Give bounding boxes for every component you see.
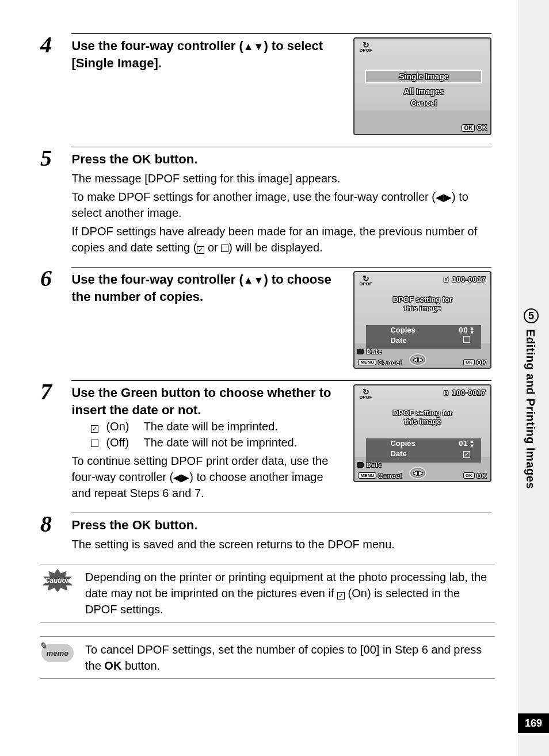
- page-number: 169: [518, 713, 549, 733]
- step-number: 7: [40, 380, 69, 403]
- step-8-heading: Press the OK button.: [71, 517, 491, 534]
- step-5-heading: Press the OK button.: [71, 151, 491, 168]
- camera-screen-step6: DPOF 100-0017 DPOF setting for this imag…: [353, 271, 491, 369]
- caution-icon: Caution: [41, 569, 74, 592]
- checkbox-on-icon: ✓: [337, 592, 345, 600]
- settings-panel: Copies 00▲▼ Date: [366, 325, 481, 349]
- memo-icon: memo: [41, 644, 74, 662]
- step-6-heading: Use the four-way controller (▲▼) to choo…: [71, 271, 342, 305]
- folder-number: 100-0017: [443, 276, 486, 284]
- dpof-icon: DPOF: [359, 42, 372, 53]
- ok-key-icon: OK: [463, 472, 475, 479]
- date-checkbox-on[interactable]: ✓: [463, 451, 470, 458]
- settings-panel: Copies 01▲▼ Date ✓: [366, 438, 481, 463]
- ok-indicator: OK OK: [462, 124, 487, 132]
- step-number: 4: [40, 33, 69, 56]
- right-triangle-icon: ▶: [181, 472, 189, 483]
- copies-label: Copies: [390, 439, 415, 449]
- menu-key-icon: MENU: [358, 359, 376, 365]
- memo-text: To cancel DPOF settings, set the number …: [85, 642, 495, 674]
- off-description: The date will not be imprinted.: [143, 434, 297, 450]
- copies-value[interactable]: 00▲▼: [458, 326, 475, 335]
- ok-label: OK: [476, 124, 487, 132]
- date-checkbox-off[interactable]: [463, 336, 470, 343]
- menu-item-all-images[interactable]: All Images: [365, 86, 482, 97]
- off-row: (Off) The date will not be imprinted.: [89, 434, 342, 450]
- updown-stepper-icon[interactable]: ▲▼: [470, 326, 475, 335]
- ok-label: OK: [476, 359, 487, 366]
- sidebar: 5 Editing and Printing Images: [524, 308, 539, 489]
- step-5-line2: To make DPOF settings for another image,…: [71, 189, 491, 221]
- cancel-label: Cancel: [378, 472, 402, 479]
- checkbox-off-icon: [221, 245, 228, 252]
- camera-screen-step7: DPOF 100-0017 DPOF setting for this imag…: [353, 384, 491, 482]
- off-label: (Off): [106, 434, 138, 450]
- chapter-title: Editing and Printing Images: [524, 329, 537, 489]
- step-7-continue: To continue setting DPOF print order dat…: [71, 453, 342, 501]
- ok-word: OK: [104, 659, 121, 672]
- screen-title: DPOF setting for this image: [354, 408, 490, 426]
- updown-stepper-icon[interactable]: ▲▼: [470, 439, 475, 448]
- step-8: 8 Press the OK button. The setting is sa…: [40, 513, 495, 552]
- down-triangle-icon: ▼: [254, 41, 264, 52]
- folder-number: 100-0017: [443, 389, 486, 397]
- ok-key-icon: OK: [462, 124, 475, 132]
- caution-callout: Caution Depending on the printer or prin…: [40, 564, 495, 623]
- menu-key-icon: MENU: [358, 472, 376, 479]
- green-button-label: Date: [366, 348, 382, 355]
- dpof-icon: DPOF: [359, 389, 372, 400]
- ok-word: OK: [132, 152, 151, 166]
- left-triangle-icon: ◀: [173, 472, 181, 483]
- memo-callout: memo To cancel DPOF settings, set the nu…: [40, 636, 495, 679]
- green-button-hint: Date: [357, 348, 382, 355]
- right-triangle-icon: ▶: [444, 192, 452, 203]
- step-number: 5: [40, 147, 69, 170]
- ok-word: OK: [132, 518, 151, 532]
- up-triangle-icon: ▲: [243, 274, 254, 286]
- step-number: 6: [40, 267, 69, 290]
- chapter-number: 5: [524, 308, 539, 323]
- green-button-hint: Date: [357, 461, 382, 468]
- on-description: The date will be imprinted.: [143, 418, 277, 434]
- green-button-icon: [357, 462, 364, 468]
- ok-key-icon: OK: [463, 359, 475, 365]
- step-7: 7 Use the Green button to choose whether…: [40, 380, 495, 502]
- page-body: 4 Use the four-way controller (▲▼) to se…: [40, 33, 495, 679]
- caution-text: Depending on the printer or printing equ…: [85, 569, 495, 617]
- step-number: 8: [40, 513, 69, 536]
- menu-item-single-image[interactable]: Single Image: [365, 70, 482, 83]
- checkbox-off-icon: [91, 440, 98, 447]
- step-6: 6 Use the four-way controller (▲▼) to ch…: [40, 267, 495, 369]
- screen-title: DPOF setting for this image: [354, 295, 490, 313]
- date-label: Date: [390, 336, 406, 345]
- step-4: 4 Use the four-way controller (▲▼) to se…: [40, 33, 495, 135]
- menu-item-cancel[interactable]: Cancel: [365, 97, 482, 109]
- step-7-heading: Use the Green button to choose whether t…: [71, 384, 342, 418]
- checkbox-on-icon: ✓: [197, 246, 204, 254]
- copies-label: Copies: [390, 326, 415, 335]
- ok-label: OK: [476, 472, 487, 479]
- up-triangle-icon: ▲: [243, 41, 254, 52]
- checkbox-on-icon: ✓: [91, 425, 98, 433]
- cancel-label: Cancel: [378, 359, 402, 366]
- green-button-label: Date: [366, 461, 382, 468]
- step-4-heading: Use the four-way controller (▲▼) to sele…: [71, 37, 342, 71]
- step-5: 5 Press the OK button. The message [DPOF…: [40, 147, 495, 255]
- date-label: Date: [390, 449, 406, 458]
- on-label: (On): [106, 418, 138, 434]
- step-8-line1: The setting is saved and the screen retu…: [71, 536, 491, 552]
- step-5-line3: If DPOF settings have already been made …: [71, 223, 491, 255]
- copies-value[interactable]: 01▲▼: [458, 439, 475, 449]
- left-triangle-icon: ◀: [436, 192, 444, 203]
- down-triangle-icon: ▼: [254, 274, 264, 286]
- green-button-icon: [357, 349, 364, 354]
- camera-screen-step4: DPOF Single Image All Images Cancel OK O…: [353, 37, 491, 135]
- dpof-icon: DPOF: [359, 276, 372, 287]
- on-row: ✓ (On) The date will be imprinted.: [89, 418, 342, 434]
- step-5-line1: The message [DPOF setting for this image…: [71, 170, 491, 186]
